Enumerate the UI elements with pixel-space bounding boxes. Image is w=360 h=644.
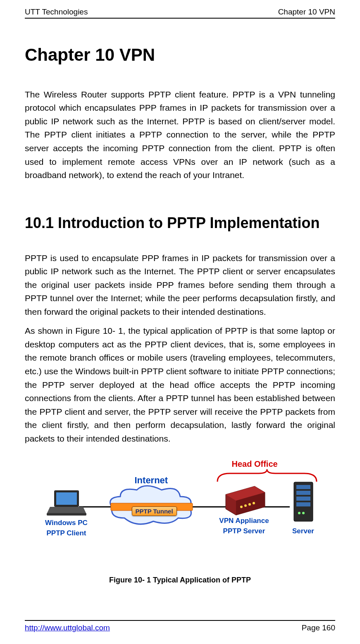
svg-point-7 bbox=[240, 506, 243, 508]
header-right: Chapter 10 VPN bbox=[278, 7, 335, 17]
svg-rect-6 bbox=[47, 513, 86, 516]
page-header: UTT Technologies Chapter 10 VPN bbox=[25, 0, 335, 17]
paragraph-2: As shown in Figure 10- 1, the typical ap… bbox=[25, 324, 335, 445]
svg-point-9 bbox=[248, 503, 251, 506]
pptp-client-label: PPTP Client bbox=[46, 529, 86, 537]
section-title: 10.1 Introduction to PPTP Implementation bbox=[25, 214, 335, 232]
svg-point-10 bbox=[253, 502, 255, 504]
header-left: UTT Technologies bbox=[25, 7, 88, 17]
figure-caption: Figure 10- 1 Typical Application of PPTP bbox=[109, 576, 251, 585]
windows-pc-label: Windows PC bbox=[45, 519, 88, 527]
vpn-appliance-icon bbox=[222, 484, 267, 515]
vpn-appliance-label: VPN Appliance bbox=[219, 517, 269, 525]
server-label: Server bbox=[292, 527, 314, 535]
figure-10-1: Head Office Internet PPTP Tunnel bbox=[25, 459, 335, 585]
intro-paragraph: The Wireless Router supports PPTP client… bbox=[25, 88, 335, 182]
svg-point-17 bbox=[302, 512, 305, 514]
svg-rect-12 bbox=[296, 485, 310, 489]
page-number: Page 160 bbox=[302, 623, 335, 632]
laptop-icon bbox=[46, 488, 87, 517]
server-icon bbox=[289, 480, 318, 525]
svg-rect-15 bbox=[296, 502, 310, 506]
svg-rect-14 bbox=[296, 497, 310, 501]
footer-divider bbox=[25, 620, 335, 621]
svg-point-8 bbox=[244, 504, 247, 507]
svg-rect-5 bbox=[56, 492, 77, 505]
svg-rect-13 bbox=[296, 491, 310, 495]
pptp-server-label: PPTP Server bbox=[223, 527, 265, 535]
chapter-title: Chapter 10 VPN bbox=[25, 45, 335, 65]
header-divider bbox=[25, 18, 335, 19]
footer-link[interactable]: http://www.uttglobal.com bbox=[25, 623, 110, 632]
pptp-tunnel-badge: PPTP Tunnel bbox=[132, 506, 177, 516]
paragraph-1: PPTP is used to encapsulate PPP frames i… bbox=[25, 252, 335, 319]
page-footer: http://www.uttglobal.com Page 160 bbox=[25, 623, 335, 632]
svg-point-16 bbox=[298, 512, 300, 514]
pptp-diagram: Head Office Internet PPTP Tunnel bbox=[42, 459, 319, 567]
